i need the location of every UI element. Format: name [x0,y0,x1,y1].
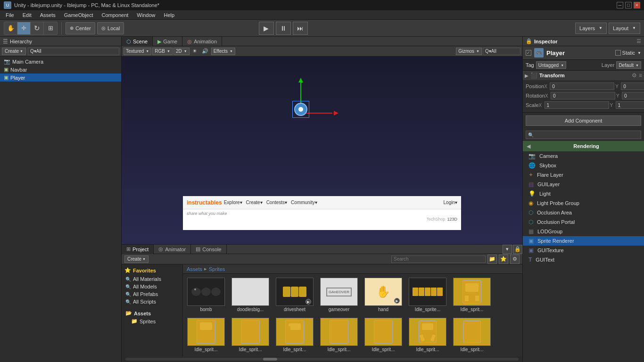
audio-icon[interactable]: 🔊 [200,48,210,54]
scene-search[interactable] [483,48,520,55]
breadcrumb-assets[interactable]: Assets [187,266,202,272]
lock-btn[interactable]: 🔒 [513,245,522,254]
render-guitexture[interactable]: ▣ GUITexture [523,246,644,255]
star-icon[interactable]: ⭐ [499,255,508,264]
asset-bomb[interactable]: bomb [185,276,227,314]
asset-doodlesbig[interactable]: doodlesbig... [229,276,272,314]
close-btn[interactable]: ✕ [634,2,640,8]
scale-y-input[interactable] [616,101,644,109]
render-camera[interactable]: 📷 Camera [523,151,644,161]
scroll-thumb[interactable] [263,358,277,361]
gizmos-dropdown[interactable]: Gizmos [456,48,482,55]
bottom-scrollbar[interactable] [122,356,522,362]
render-guilayer[interactable]: ▤ GUILayer [523,180,644,189]
rot-x-input[interactable] [551,92,615,99]
pos-y-input[interactable] [621,82,644,90]
render-skybox[interactable]: 🌐 Skybox [523,161,644,170]
project-create-btn[interactable]: Create [124,255,149,263]
render-guitext[interactable]: T GUIText [523,255,644,264]
asset-idle-sprite5[interactable]: Idle_sprit... [273,316,316,354]
tab-animator[interactable]: ◎ Animator [154,245,191,254]
asset-gameover[interactable]: GAnEOVER gameover [318,276,360,314]
minimize-btn[interactable]: ─ [617,2,623,8]
hierarchy-item-maincamera[interactable]: 📷 Main Camera [0,58,121,66]
static-checkbox[interactable] [615,50,621,56]
menu-gameobject[interactable]: GameObject [60,11,97,19]
scene-view[interactable]: instructables Explore▾ Create▾ Contests▾… [122,57,522,244]
layout-dropdown[interactable]: Layout [609,23,640,34]
menu-file[interactable]: File [2,11,18,19]
inspector-menu-icon[interactable]: ☰ [636,38,641,44]
center-toggle[interactable]: ⊕ Center [66,22,95,34]
assets-folder[interactable]: 📂 Assets [124,309,181,317]
asset-drivesheet[interactable]: ▶ drivesheet [273,276,316,314]
transform-header[interactable]: ▶ ⬛ Transform ⚙ ≡ [523,71,644,80]
asset-idle-sprite3[interactable]: Idle_sprit... [185,316,227,354]
rotate-tool[interactable]: ↻ [31,22,44,34]
breadcrumb-sprites[interactable]: Sprites [209,266,225,272]
menu-help[interactable]: Help [160,11,178,19]
render-light[interactable]: 💡 Light [523,189,644,198]
static-dropdown-icon[interactable]: ▼ [637,51,641,55]
sprites-folder[interactable]: 📁 Sprites [124,317,181,325]
pause-button[interactable]: ⏸ [276,22,291,35]
scroll-track[interactable] [125,358,519,361]
render-occlusion-area[interactable]: ⬡ Occlusion Area [523,208,644,217]
player-name[interactable]: Player [546,49,612,57]
hierarchy-search[interactable] [28,48,119,55]
fav-all-materials[interactable]: 🔍 All Materials [124,275,181,283]
asset-idle-sprite2[interactable]: Idle_sprit... [451,276,493,314]
step-button[interactable]: ⏭ [293,22,308,35]
move-tool[interactable]: ✛ [17,22,31,34]
player-active-checkbox[interactable] [526,50,531,56]
hierarchy-create-btn[interactable]: Create [2,48,26,55]
fav-all-scripts[interactable]: 🔍 All Scripts [124,298,181,305]
menu-component[interactable]: Component [98,11,132,19]
effects-dropdown[interactable]: Effects [211,48,235,55]
local-toggle[interactable]: ◎ Local [97,22,124,34]
rot-y-input[interactable] [622,92,644,99]
color-mode-dropdown[interactable]: RGB [152,48,173,55]
render-lodgroup[interactable]: ▦ LODGroup [523,227,644,236]
fav-all-models[interactable]: 🔍 All Models [124,283,181,290]
sun-icon[interactable]: ☀ [190,48,199,54]
project-search[interactable] [391,255,486,263]
tab-console[interactable]: ▤ Console [191,245,226,254]
tab-game[interactable]: ▶ Game [153,37,182,46]
asset-idle-sprite6[interactable]: Idle_sprit... [318,316,360,354]
play-button[interactable]: ▶ [259,22,274,35]
menu-edit[interactable]: Edit [19,11,35,19]
tab-project[interactable]: ⊞ Project [122,245,154,254]
render-occlusion-portal[interactable]: ⬡ Occlusion Portal [523,217,644,227]
view-mode-dropdown[interactable]: Textured [124,48,151,55]
asset-idle9[interactable]: Idle_sprit... [451,316,493,354]
dim-dropdown[interactable]: 2D [173,48,190,55]
scale-tool[interactable]: ⊞ [44,22,57,34]
asset-idle-sprite4[interactable]: Idle_sprit... [229,316,272,354]
render-spriterenderer[interactable]: ▣ Sprite Renderer [523,236,644,246]
asset-hand[interactable]: ▶ ✋ hand [362,276,405,314]
asset-idle-sprite7[interactable]: Idle_sprit... [362,316,405,354]
hierarchy-item-navbar[interactable]: ▣ Navbar [0,66,121,74]
tab-animation[interactable]: ◎ Animation [182,37,222,46]
render-lightprobe[interactable]: ◉ Light Probe Group [523,198,644,208]
collapse-btn[interactable]: ▾ [503,245,512,254]
fav-all-prefabs[interactable]: 🔍 All Prefabs [124,290,181,298]
layers-dropdown[interactable]: Layers [575,23,607,34]
menu-assets[interactable]: Assets [36,11,59,19]
asset-idle8[interactable]: Idle_sprit... [406,316,449,354]
maximize-btn[interactable]: □ [625,2,632,8]
rendering-back-arrow[interactable]: ◀ [527,143,530,149]
tag-dropdown[interactable]: Untagged [536,61,566,69]
pos-x-input[interactable] [550,82,614,90]
layer-dropdown[interactable]: Default [616,61,641,69]
folder-icon[interactable]: 📁 [487,255,497,264]
render-flare[interactable]: ✦ Flare Layer [523,170,644,180]
hand-tool[interactable]: ✋ [4,22,17,34]
tab-scene[interactable]: ⬡ Scene [122,37,153,46]
transform-settings-icon[interactable]: ≡ [639,72,642,79]
settings-icon[interactable]: ⚙ [510,255,520,264]
menu-window[interactable]: Window [133,11,159,19]
search-comp-input[interactable] [536,132,639,138]
transform-gear-icon[interactable]: ⚙ [632,72,637,79]
